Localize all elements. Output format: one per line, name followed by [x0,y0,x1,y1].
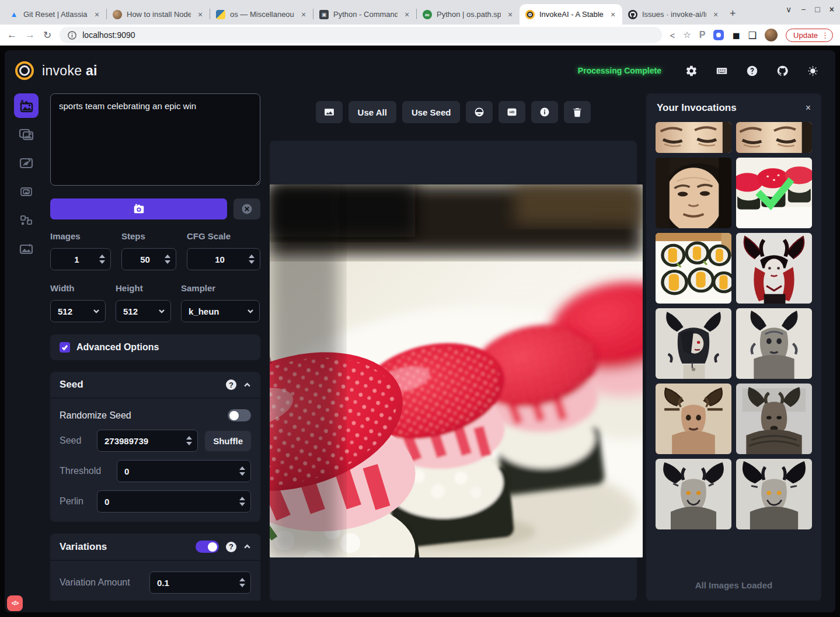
sampler-select[interactable]: k_heun [181,300,260,322]
settings-gear-icon[interactable] [685,64,698,77]
tab-close-icon[interactable]: × [196,10,205,19]
steps-stepper[interactable] [121,248,176,270]
help-icon[interactable]: ? [226,379,236,390]
github-icon[interactable] [776,64,789,77]
maximize-button[interactable]: □ [815,5,820,14]
reload-button[interactable]: ↻ [43,29,51,41]
gallery-thumbnail[interactable] [656,122,731,153]
advanced-options-checkbox[interactable] [60,342,70,353]
gallery-thumbnail[interactable] [736,308,812,379]
back-button[interactable]: ← [7,29,17,41]
images-stepper[interactable] [50,248,111,270]
perlin-input[interactable] [97,490,251,513]
delete-image-button[interactable] [564,101,591,123]
cfg-scale-stepper[interactable] [187,248,260,270]
tab-search-icon[interactable]: ∨ [786,5,792,14]
tab-close-icon[interactable]: × [402,10,412,19]
use-all-button[interactable]: Use All [348,101,396,123]
restore-faces-button[interactable] [466,101,493,123]
tab-nodes[interactable] [14,208,39,232]
keyboard-shortcuts-icon[interactable] [715,64,728,77]
steps-value[interactable] [129,255,161,264]
stepper-arrows-icon[interactable] [239,578,245,587]
tab-post-processing[interactable] [14,236,39,261]
randomize-seed-toggle[interactable] [228,409,251,421]
image-details-button[interactable] [531,101,558,123]
tab-close-icon[interactable]: × [608,10,618,19]
tab-text-to-image[interactable]: Aa [14,93,39,118]
tab-inpainting[interactable] [14,151,39,175]
browser-tab-2[interactable]: How to install Node × [107,4,210,25]
gallery-thumbnail[interactable] [736,459,812,529]
tab-close-icon[interactable]: × [299,10,308,19]
gallery-thumbnail[interactable] [736,122,812,153]
variation-amount-value[interactable] [157,578,236,588]
send-to-image-button[interactable] [316,101,343,123]
minimize-button[interactable]: − [801,5,806,14]
profile-avatar[interactable] [765,29,778,41]
width-select[interactable]: 512 [50,300,106,322]
stepper-arrows-icon[interactable] [249,255,255,264]
cfg-scale-value[interactable] [194,255,245,264]
shuffle-button[interactable]: Shuffle [205,431,251,451]
theme-icon[interactable] [806,64,819,77]
chrome-menu-icon[interactable]: ⋮ [821,31,829,40]
stepper-arrows-icon[interactable] [239,466,245,476]
tab-outpainting[interactable] [14,179,39,204]
forward-button[interactable]: → [25,29,35,41]
height-select[interactable]: 512 [116,300,171,322]
variations-panel-header[interactable]: Variations ? [50,534,260,560]
update-button[interactable]: Update ⋮ [786,29,833,42]
extensions-puzzle-icon[interactable]: ◼ [732,30,740,41]
stepper-arrows-icon[interactable] [186,436,192,445]
browser-tab-invokeai-active[interactable]: InvokeAI - A Stable × [520,4,622,25]
invoke-button[interactable] [50,198,227,219]
upscale-button[interactable]: HD [499,101,525,123]
stepper-arrows-icon[interactable] [99,255,105,264]
help-icon[interactable]: ? [226,542,236,552]
variation-amount-input[interactable] [149,571,251,594]
extension-sidebar-icon[interactable]: ❑ [748,30,757,41]
images-value[interactable] [58,255,96,264]
close-icon[interactable]: × [806,103,811,113]
browser-tab-7[interactable]: Issues · invoke-ai/In × [622,4,725,25]
code-fab-button[interactable]: </> [7,595,23,611]
variations-toggle[interactable] [196,541,219,553]
share-icon[interactable]: < [670,30,675,40]
gallery-thumbnail[interactable] [736,384,812,454]
gallery-thumbnail[interactable] [656,158,731,228]
tab-close-icon[interactable]: × [506,10,515,19]
cancel-button[interactable] [233,198,260,219]
perlin-value[interactable] [104,497,236,507]
threshold-input[interactable] [117,460,251,482]
help-icon[interactable] [745,64,758,77]
url-bar[interactable]: localhost:9090 [60,27,661,43]
prompt-input[interactable]: sports team celebrating an epic win [50,93,260,186]
extension-loom-icon[interactable] [713,30,724,40]
stepper-arrows-icon[interactable] [165,255,170,264]
seed-input[interactable] [97,430,198,452]
gallery-thumbnail[interactable] [656,384,731,454]
tab-close-icon[interactable]: × [711,10,720,19]
new-tab-button[interactable]: + [730,8,736,20]
threshold-value[interactable] [124,466,236,476]
seed-value[interactable] [104,436,183,446]
browser-tab-3[interactable]: os — Miscellaneou × [210,4,313,25]
gallery-thumbnail[interactable] [736,233,812,304]
gallery-thumbnail-current[interactable] [736,158,812,228]
gallery-thumbnail[interactable] [656,308,731,379]
gallery-thumbnail[interactable] [656,233,731,304]
browser-tab-5[interactable]: ∞ Python | os.path.sp × [417,4,520,25]
seed-panel-header[interactable]: Seed ? [50,372,260,398]
extension-p-icon[interactable]: P [699,30,706,40]
bookmark-star-icon[interactable]: ☆ [683,30,691,40]
tab-image-to-image[interactable] [14,122,39,147]
tab-close-icon[interactable]: × [92,10,102,19]
close-window-button[interactable]: × [829,5,834,14]
use-seed-button[interactable]: Use Seed [402,101,461,123]
site-info-icon[interactable] [68,31,76,40]
stepper-arrows-icon[interactable] [239,497,245,506]
gallery-thumbnail[interactable] [656,459,731,529]
browser-tab-4[interactable]: ▣ Python - Command × [313,4,416,25]
current-image[interactable] [270,184,643,557]
